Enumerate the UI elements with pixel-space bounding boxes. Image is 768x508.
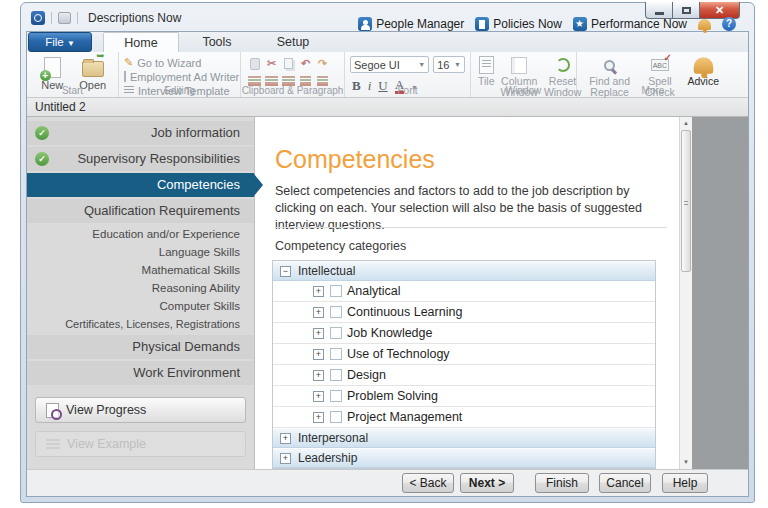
sidebar-item-label: Qualification Requirements xyxy=(84,203,240,218)
go-to-wizard-button[interactable]: ✎ Go to Wizard xyxy=(124,56,235,69)
sidebar-item-education-experience[interactable]: Education and/or Experience xyxy=(27,225,254,243)
paste-button[interactable] xyxy=(248,57,261,70)
expand-icon[interactable]: + xyxy=(313,349,324,360)
tree-category-label: Leadership xyxy=(298,451,357,465)
scroll-up-icon[interactable]: ▲ xyxy=(680,120,692,126)
checkbox[interactable] xyxy=(330,306,342,318)
employment-ad-writer-button[interactable]: Employment Ad Writer xyxy=(124,70,235,83)
tree-item-analytical[interactable]: + Analytical xyxy=(273,281,655,302)
cancel-button[interactable]: Cancel xyxy=(599,473,651,493)
check-icon: ✓ xyxy=(35,152,49,166)
magnifier-icon xyxy=(604,60,615,71)
tree-category-intellectual[interactable]: − Intellectual xyxy=(273,261,655,281)
file-menu-button[interactable]: File ▼ xyxy=(28,32,92,52)
tree-item-label: Job Knowledge xyxy=(347,326,432,340)
tab-home[interactable]: Home xyxy=(103,32,179,52)
checkbox[interactable] xyxy=(330,390,342,402)
back-button[interactable]: < Back xyxy=(402,473,454,493)
expand-icon[interactable]: + xyxy=(313,307,324,318)
sidebar-item-physical-demands[interactable]: Physical Demands xyxy=(27,335,254,359)
expand-icon[interactable]: + xyxy=(313,286,324,297)
group-label-font: Font xyxy=(345,85,470,96)
finish-button[interactable]: Finish xyxy=(535,473,589,493)
app-icon[interactable] xyxy=(31,11,45,25)
wizard-pencil-icon: ✎ xyxy=(124,56,133,69)
font-name-select[interactable]: Segoe UI ▼ xyxy=(350,56,429,73)
tree-item-label: Project Management xyxy=(347,410,462,424)
sidebar-item-computer-skills[interactable]: Computer Skills xyxy=(27,297,254,315)
group-label-start: Start xyxy=(27,85,118,96)
checkbox[interactable] xyxy=(330,327,342,339)
performance-now-link[interactable]: Performance Now xyxy=(573,17,687,31)
performance-now-icon xyxy=(573,17,587,31)
help-button[interactable]: Help xyxy=(662,473,708,493)
sidebar-item-label: Supervisory Responsibilities xyxy=(77,151,240,166)
checkbox[interactable] xyxy=(330,285,342,297)
copy-button[interactable] xyxy=(282,57,295,70)
ribbon-group-editing: ✎ Go to Wizard Employment Ad Writer Inte… xyxy=(119,52,241,97)
checkbox[interactable] xyxy=(330,369,342,381)
chevron-down-icon: ▼ xyxy=(454,61,461,68)
tree-item-use-of-technology[interactable]: + Use of Technology xyxy=(273,344,655,365)
group-label-clipboard: Clipboard & Paragraph xyxy=(241,85,344,96)
sidebar-item-label: Work Environment xyxy=(133,365,240,380)
collapse-icon[interactable]: − xyxy=(280,266,291,277)
tree-category-label: Intellectual xyxy=(298,264,355,278)
view-progress-button[interactable]: View Progress xyxy=(35,397,246,423)
expand-icon[interactable]: + xyxy=(280,453,291,464)
spell-check-icon: ABC xyxy=(651,59,669,71)
next-button[interactable]: Next > xyxy=(460,473,514,493)
redo-button[interactable]: ↷ xyxy=(316,57,329,70)
undo-button[interactable]: ↶ xyxy=(299,57,312,70)
scrollbar-thumb[interactable] xyxy=(681,130,691,272)
people-manager-link[interactable]: People Manager xyxy=(358,17,464,31)
expand-icon[interactable]: + xyxy=(313,328,324,339)
tree-item-problem-solving[interactable]: + Problem Solving xyxy=(273,386,655,407)
tree-item-job-knowledge[interactable]: + Job Knowledge xyxy=(273,323,655,344)
sidebar-item-job-information[interactable]: ✓ Job information xyxy=(27,121,254,145)
cut-button[interactable]: ✂ xyxy=(265,57,278,70)
tree-item-label: Design xyxy=(347,368,386,382)
sidebar-item-supervisory-responsibilities[interactable]: ✓ Supervisory Responsibilities xyxy=(27,147,254,171)
sidebar-item-mathematical-skills[interactable]: Mathematical Skills xyxy=(27,261,254,279)
tree-category-interpersonal[interactable]: + Interpersonal xyxy=(273,428,655,448)
open-folder-icon xyxy=(82,61,104,77)
sidebar-item-certificates-licenses[interactable]: Certificates, Licenses, Registrations xyxy=(27,315,254,333)
tab-setup[interactable]: Setup xyxy=(255,32,331,52)
expand-icon[interactable]: + xyxy=(280,433,291,444)
document-tab[interactable]: Untitled 2 xyxy=(27,98,748,117)
sidebar-item-label: Physical Demands xyxy=(132,339,240,354)
help-icon[interactable]: ? xyxy=(722,17,736,31)
expand-icon[interactable]: + xyxy=(313,391,324,402)
sidebar-item-competencies[interactable]: Competencies xyxy=(27,173,254,197)
tree-item-design[interactable]: + Design xyxy=(273,365,655,386)
view-example-label: View Example xyxy=(67,437,146,451)
sidebar-item-qualification-requirements[interactable]: Qualification Requirements xyxy=(27,199,254,223)
people-manager-label: People Manager xyxy=(376,17,464,31)
checkbox[interactable] xyxy=(330,411,342,423)
chevron-down-icon: ▼ xyxy=(67,39,75,48)
tab-tools[interactable]: Tools xyxy=(179,32,255,52)
tree-category-leadership[interactable]: + Leadership xyxy=(273,448,655,468)
vertical-scrollbar[interactable]: ▲ ▼ xyxy=(679,117,692,469)
align-center-icon xyxy=(265,76,278,86)
tree-item-continuous-learning[interactable]: + Continuous Learning xyxy=(273,302,655,323)
indent-decrease-icon xyxy=(300,76,311,86)
expand-icon[interactable]: + xyxy=(313,370,324,381)
checkbox[interactable] xyxy=(330,348,342,360)
align-right-icon xyxy=(282,76,295,86)
scroll-down-icon[interactable]: ▼ xyxy=(680,459,692,465)
policies-now-link[interactable]: Policies Now xyxy=(475,17,562,31)
tree-category-label: Interpersonal xyxy=(298,431,368,445)
ribbon-group-more: Find and Replace ABC Spell Check Advice … xyxy=(577,52,729,97)
tree-item-project-management[interactable]: + Project Management xyxy=(273,407,655,428)
font-size-select[interactable]: 16 ▼ xyxy=(433,56,465,73)
advice-bell-icon[interactable] xyxy=(698,19,711,30)
sidebar-item-work-environment[interactable]: Work Environment xyxy=(27,361,254,385)
sidebar-item-reasoning-ability[interactable]: Reasoning Ability xyxy=(27,279,254,297)
quick-access-icon[interactable] xyxy=(58,12,71,24)
competency-tree: − Intellectual + Analytical + Continuous… xyxy=(272,260,656,469)
sidebar-item-language-skills[interactable]: Language Skills xyxy=(27,243,254,261)
ribbon-group-start: New Open Start xyxy=(27,52,119,97)
expand-icon[interactable]: + xyxy=(313,412,324,423)
